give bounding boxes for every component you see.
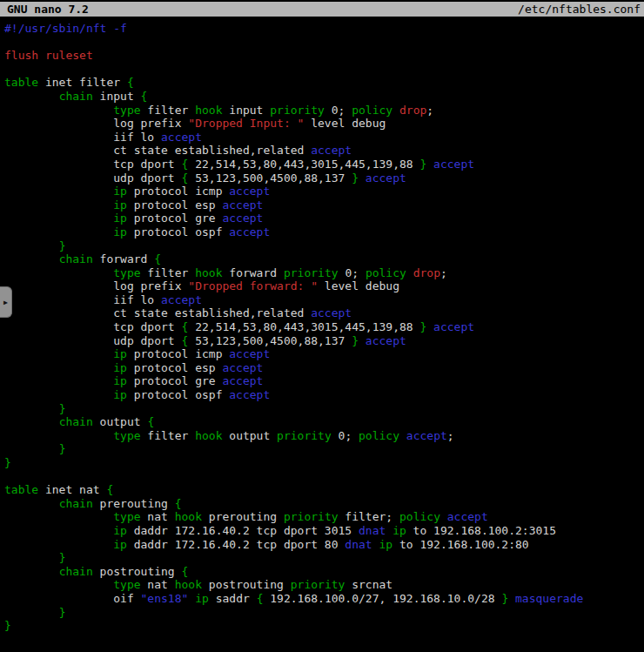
code-line: ct state established,related accept bbox=[4, 144, 644, 158]
code-line: chain prerouting { bbox=[4, 497, 644, 511]
code-line: type filter hook input priority 0; polic… bbox=[4, 104, 644, 118]
code-line bbox=[4, 470, 644, 484]
code-line: ip daddr 172.16.40.2 tcp dport 3015 dnat… bbox=[4, 524, 644, 538]
code-line: oif "ens18" ip saddr { 192.168.100.0/27,… bbox=[4, 592, 644, 606]
code-line: ct state established,related accept bbox=[4, 306, 644, 320]
code-line: } bbox=[4, 606, 644, 620]
code-line: chain output { bbox=[4, 415, 644, 429]
side-panel-toggle[interactable]: ▶ bbox=[0, 286, 12, 318]
code-line: udp dport { 53,123,500,4500,88,137 } acc… bbox=[4, 171, 644, 185]
code-line: iif lo accept bbox=[4, 131, 644, 145]
code-line: ip protocol esp accept bbox=[4, 361, 644, 375]
nano-version-label: GNU nano 7.2 bbox=[0, 2, 89, 17]
code-line: type nat hook prerouting priority filter… bbox=[4, 510, 644, 524]
code-line: type filter hook forward priority 0; pol… bbox=[4, 266, 644, 280]
code-line: ip protocol esp accept bbox=[4, 198, 644, 212]
code-line: type nat hook postrouting priority srcna… bbox=[4, 578, 644, 592]
code-line: flush ruleset bbox=[4, 49, 644, 63]
code-line: ip protocol ospf accept bbox=[4, 388, 644, 402]
code-line: tcp dport { 22,514,53,80,443,3015,445,13… bbox=[4, 320, 644, 334]
code-line: table inet filter { bbox=[4, 76, 644, 90]
terminal-window: GNU nano 7.2 /etc/nftables.conf #!/usr/s… bbox=[0, 0, 644, 652]
code-line: table inet nat { bbox=[4, 483, 644, 497]
code-line: } bbox=[4, 619, 644, 633]
code-line: } bbox=[4, 551, 644, 565]
code-line: log prefix "Dropped forward: " level deb… bbox=[4, 279, 644, 293]
code-line: } bbox=[4, 402, 644, 416]
code-line bbox=[4, 36, 644, 50]
code-line: } bbox=[4, 456, 644, 470]
chevron-right-icon: ▶ bbox=[3, 299, 8, 306]
code-line: chain input { bbox=[4, 90, 644, 104]
code-line: chain postrouting { bbox=[4, 565, 644, 579]
code-line: tcp dport { 22,514,53,80,443,3015,445,13… bbox=[4, 158, 644, 171]
code-line: ip protocol icmp accept bbox=[4, 347, 644, 361]
code-line: ip protocol gre accept bbox=[4, 212, 644, 225]
code-line: ip protocol ospf accept bbox=[4, 225, 644, 239]
code-line bbox=[4, 63, 644, 77]
code-line: ip protocol gre accept bbox=[4, 374, 644, 388]
code-line: udp dport { 53,123,500,4500,88,137 } acc… bbox=[4, 334, 644, 348]
editor-area[interactable]: #!/usr/sbin/nft -f flush ruleset table i… bbox=[0, 17, 644, 633]
code-line: } bbox=[4, 442, 644, 456]
code-line: } bbox=[4, 239, 644, 253]
code-line: iif lo accept bbox=[4, 293, 644, 307]
code-line: type filter hook output priority 0; poli… bbox=[4, 429, 644, 443]
code-line: chain forward { bbox=[4, 252, 644, 266]
code-line: log prefix "Dropped Input: " level debug bbox=[4, 117, 644, 131]
code-line: #!/usr/sbin/nft -f bbox=[4, 22, 644, 36]
editor-lines: #!/usr/sbin/nft -f flush ruleset table i… bbox=[4, 22, 644, 633]
code-line: ip protocol icmp accept bbox=[4, 185, 644, 198]
code-line: ip daddr 172.16.40.2 tcp dport 80 dnat i… bbox=[4, 538, 644, 552]
nano-titlebar: GNU nano 7.2 /etc/nftables.conf bbox=[0, 2, 644, 17]
open-file-path: /etc/nftables.conf bbox=[518, 2, 644, 17]
